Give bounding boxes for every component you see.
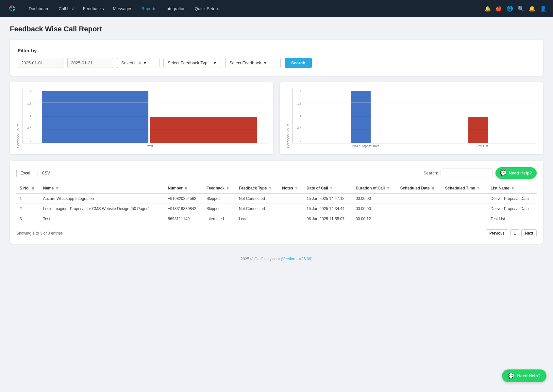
col-duration: Duration of Call ⇅ bbox=[352, 183, 397, 193]
svg-point-3 bbox=[13, 7, 14, 8]
col-scheduled-time: Scheduled Time ⇅ bbox=[442, 183, 487, 193]
export-csv-button[interactable]: CSV bbox=[38, 169, 54, 177]
nav-link-integration[interactable]: Integration bbox=[161, 4, 189, 13]
footer-text: 2025 © GetCalley.com bbox=[241, 257, 280, 261]
chart1-x-label: Swati bbox=[32, 143, 267, 148]
search-icon[interactable]: 🔍 bbox=[518, 6, 524, 12]
search-button[interactable]: Search bbox=[285, 58, 312, 68]
chart2-bar2-red bbox=[468, 117, 488, 143]
filter-label: Filter by: bbox=[18, 48, 535, 53]
select-feedback-dropdown[interactable]: Select Feedback ▼ bbox=[225, 58, 281, 68]
table-header: S.No. ⇅ Name ⇅ Number ⇅ Feedback ⇅ Feedb… bbox=[16, 183, 537, 193]
filter-row: Select List ▼ Select Feedback Typ... ▼ S… bbox=[18, 58, 535, 68]
chart-2-area: Feedback Count 2 1.5 1 0.5 0 bbox=[286, 89, 537, 148]
col-notes: Notes ⇅ bbox=[279, 183, 303, 193]
chart-2: Feedback Count 2 1.5 1 0.5 0 bbox=[280, 82, 543, 154]
filter-card: Filter by: Select List ▼ Select Feedback… bbox=[10, 40, 543, 76]
apple-icon[interactable]: 🍎 bbox=[495, 6, 502, 12]
chart-1-y-label: Feedback Count bbox=[16, 124, 20, 148]
nav-link-reports[interactable]: Reports bbox=[138, 4, 160, 13]
bell-icon[interactable]: 🔔 bbox=[529, 6, 535, 12]
table-row: 2Lucid Imaging- Proposal for CMS Website… bbox=[16, 204, 537, 214]
footer: 2025 © GetCalley.com (Version - V36.00) bbox=[0, 252, 553, 267]
prev-page-button[interactable]: Previous bbox=[486, 229, 508, 237]
nav-link-feedbacks[interactable]: Feedbacks bbox=[79, 4, 108, 13]
date-to-input[interactable] bbox=[67, 58, 113, 68]
next-page-button[interactable]: Next bbox=[521, 229, 537, 237]
chart2-x-label-2: Test List bbox=[477, 143, 488, 148]
logo-icon bbox=[7, 3, 18, 14]
page-title: Feedback Wise Call Report bbox=[10, 25, 543, 33]
chart-2-y-label: Feedback Count bbox=[286, 124, 290, 148]
svg-point-0 bbox=[7, 3, 18, 14]
charts-row: Feedback Count 2 1.5 1 0.5 0 bbox=[10, 82, 543, 154]
table-search-label: Search: bbox=[424, 171, 438, 175]
pagination: Showing 1 to 3 of 3 entries Previous 1 N… bbox=[16, 229, 537, 237]
globe-icon[interactable]: 🌐 bbox=[507, 6, 513, 12]
date-from-input[interactable] bbox=[18, 58, 63, 68]
col-sno: S.No. ⇅ bbox=[16, 183, 40, 193]
nav-link-messages[interactable]: Messages bbox=[109, 4, 136, 13]
chart1-bar-blue bbox=[42, 91, 148, 143]
col-scheduled-date: Scheduled Date ⇅ bbox=[397, 183, 442, 193]
chart-1-area: Feedback Count 2 1.5 1 0.5 0 bbox=[16, 89, 267, 148]
data-table: S.No. ⇅ Name ⇅ Number ⇅ Feedback ⇅ Feedb… bbox=[16, 183, 537, 224]
nav-icons: 🔔 🍎 🌐 🔍 🔔 👤 bbox=[484, 6, 546, 12]
col-feedback-type: Feedback Type ⇅ bbox=[236, 183, 279, 193]
nav-link-dashboard[interactable]: Dashboard bbox=[25, 4, 54, 13]
chart2-x-label-1: Deliver Proposal Data bbox=[351, 143, 379, 148]
col-list-name: List Name ⇅ bbox=[487, 183, 537, 193]
col-number: Number ⇅ bbox=[164, 183, 203, 193]
table-row: 1Auzaro Whatsapp Integration+91982029456… bbox=[16, 193, 537, 204]
current-page: 1 bbox=[510, 229, 520, 237]
svg-point-1 bbox=[10, 6, 12, 8]
table-search-row: Search: 💬 Need Help? bbox=[424, 167, 537, 179]
col-date-of-call: Date of Call ⇅ bbox=[303, 183, 352, 193]
col-feedback: Feedback ⇅ bbox=[203, 183, 236, 193]
need-help-inline-button[interactable]: 💬 Need Help? bbox=[495, 167, 537, 179]
whatsapp-icon: 💬 bbox=[500, 170, 507, 176]
svg-point-2 bbox=[13, 9, 15, 11]
nav-link-quick-setup[interactable]: Quick Setup bbox=[191, 4, 222, 13]
table-row: 3Test8698111140InterestedLead06 Jan 2025… bbox=[16, 214, 537, 224]
table-search-input[interactable] bbox=[441, 169, 493, 177]
page-content: Feedback Wise Call Report Filter by: Sel… bbox=[0, 17, 553, 252]
nav-links: DashboardCall ListFeedbacksMessagesRepor… bbox=[25, 4, 484, 13]
table-body: 1Auzaro Whatsapp Integration+91982029456… bbox=[16, 193, 537, 224]
pagination-controls: Previous 1 Next bbox=[486, 229, 537, 237]
export-excel-button[interactable]: Excel bbox=[16, 169, 34, 177]
nav-link-call-list[interactable]: Call List bbox=[55, 4, 78, 13]
chart2-bar1-blue bbox=[351, 91, 371, 143]
user-icon[interactable]: 👤 bbox=[540, 6, 546, 12]
chart-1: Feedback Count 2 1.5 1 0.5 0 bbox=[10, 82, 273, 154]
showing-text: Showing 1 to 3 of 3 entries bbox=[16, 231, 63, 236]
select-feedback-type-dropdown[interactable]: Select Feedback Typ... ▼ bbox=[163, 58, 221, 68]
footer-version[interactable]: (Version - V36.00) bbox=[281, 257, 312, 261]
chart1-bar-red bbox=[150, 117, 257, 143]
col-name: Name ⇅ bbox=[40, 183, 165, 193]
notification-icon[interactable]: 🔔 bbox=[484, 6, 491, 12]
select-list-dropdown[interactable]: Select List ▼ bbox=[117, 58, 159, 68]
table-card: Excel CSV Search: 💬 Need Help? S.No. ⇅ N… bbox=[10, 161, 543, 244]
export-buttons: Excel CSV bbox=[16, 169, 56, 177]
table-toolbar: Excel CSV Search: 💬 Need Help? bbox=[16, 167, 537, 179]
navbar: DashboardCall ListFeedbacksMessagesRepor… bbox=[0, 0, 553, 17]
